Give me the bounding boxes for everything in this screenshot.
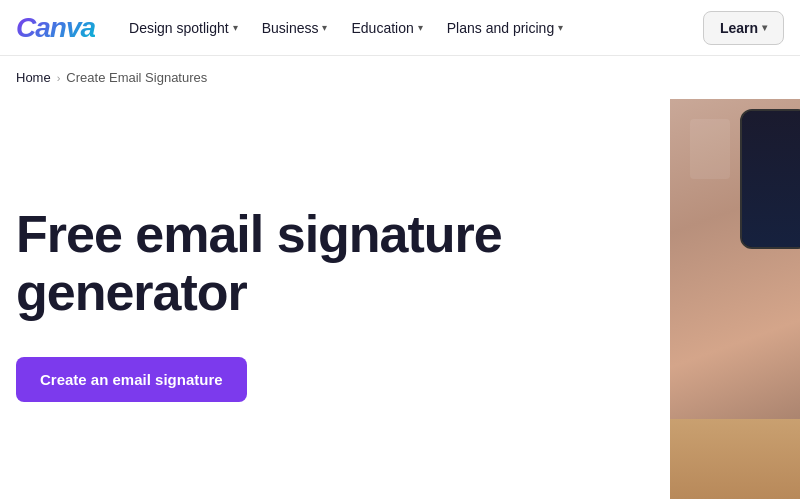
navbar: Canva Design spotlight ▾ Business ▾ Educ…	[0, 0, 800, 56]
breadcrumb-current: Create Email Signatures	[66, 70, 207, 85]
nav-item-business[interactable]: Business ▾	[252, 12, 338, 44]
nav-item-design-spotlight[interactable]: Design spotlight ▾	[119, 12, 248, 44]
chevron-down-icon: ▾	[233, 22, 238, 33]
breadcrumb-home[interactable]: Home	[16, 70, 51, 85]
main-content: Free email signature generator Create an…	[0, 99, 800, 499]
canva-logo[interactable]: Canva	[16, 12, 95, 44]
text-section: Free email signature generator Create an…	[16, 119, 784, 479]
learn-button[interactable]: Learn ▾	[703, 11, 784, 45]
chevron-down-icon: ▾	[762, 22, 767, 33]
breadcrumb-separator: ›	[57, 72, 61, 84]
chevron-down-icon: ▾	[418, 22, 423, 33]
breadcrumb: Home › Create Email Signatures	[0, 56, 800, 99]
chevron-down-icon: ▾	[322, 22, 327, 33]
nav-item-education[interactable]: Education ▾	[341, 12, 432, 44]
hero-title: Free email signature generator	[16, 206, 744, 320]
create-email-signature-button[interactable]: Create an email signature	[16, 357, 247, 402]
nav-item-plans-pricing[interactable]: Plans and pricing ▾	[437, 12, 573, 44]
chevron-down-icon: ▾	[558, 22, 563, 33]
room-floor-decoration	[670, 419, 800, 499]
phone-mockup	[740, 109, 800, 249]
phone-screen	[742, 111, 800, 247]
wall-decoration	[690, 119, 730, 179]
hero-image-panel	[670, 99, 800, 499]
nav-links: Design spotlight ▾ Business ▾ Education …	[119, 12, 703, 44]
